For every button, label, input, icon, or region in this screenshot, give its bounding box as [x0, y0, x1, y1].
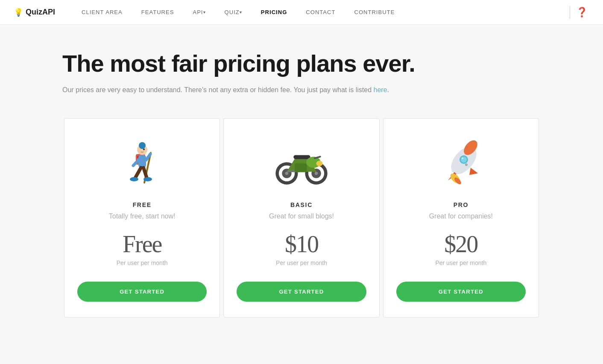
plan-free-name: FREE [133, 201, 152, 208]
plan-pro-name: PRO [454, 201, 468, 208]
logo[interactable]: 💡 QuizAPI [14, 8, 55, 17]
page-subtitle: Our prices are very easy to understand. … [62, 84, 541, 96]
plan-free-period: Per user per month [117, 259, 168, 266]
rocket-svg [433, 136, 489, 191]
svg-point-10 [130, 177, 138, 181]
plan-pro-price: $20 [444, 232, 477, 256]
plan-pro-cta[interactable]: GET STARTED [396, 282, 526, 302]
nav-contribute[interactable]: CONTRIBUTE [345, 0, 404, 25]
logo-icon: 💡 [14, 8, 23, 17]
nav-api[interactable]: API [183, 0, 215, 25]
plan-pro-card: PRO Great for companies! $20 Per user pe… [383, 118, 539, 317]
plan-pro-tagline: Great for companies! [429, 213, 493, 220]
svg-point-29 [461, 157, 467, 163]
svg-line-6 [133, 160, 138, 166]
svg-rect-25 [295, 163, 307, 172]
plan-free-tagline: Totally free, start now! [109, 213, 176, 220]
nav-quiz[interactable]: QUIZ [215, 0, 252, 25]
svg-marker-32 [469, 168, 478, 175]
plan-basic-price: $10 [285, 232, 318, 256]
svg-point-18 [315, 172, 318, 175]
plan-free-cta[interactable]: GET STARTED [77, 282, 207, 302]
svg-point-35 [465, 163, 468, 166]
main-content: The most fair pricing plans ever. Our pr… [45, 25, 558, 336]
nav-divider [570, 6, 570, 19]
pricing-grid: FREE Totally free, start now! Free Per u… [62, 116, 541, 319]
svg-rect-3 [138, 155, 146, 168]
nav-contact[interactable]: CONTACT [296, 0, 345, 25]
navbar: 💡 QuizAPI CLIENT AREA FEATURES API QUIZ … [0, 0, 603, 25]
nav-client-area[interactable]: CLIENT AREA [72, 0, 132, 25]
plan-free-price: Free [123, 232, 162, 256]
plan-basic-card: BASIC Great for small blogs! $10 Per use… [223, 118, 379, 317]
plan-basic-illustration [272, 136, 331, 191]
hiker-svg [114, 138, 170, 189]
plan-free-illustration [112, 136, 172, 191]
plan-basic-period: Per user per month [276, 259, 327, 266]
subtitle-text: Our prices are very easy to understand. … [62, 86, 374, 93]
svg-point-11 [143, 177, 152, 181]
plan-basic-name: BASIC [290, 201, 313, 208]
nav-right: ❓ [574, 5, 589, 20]
motorcycle-svg [272, 140, 331, 187]
subtitle-period: . [387, 86, 389, 93]
svg-point-12 [143, 149, 145, 150]
svg-point-22 [316, 161, 323, 166]
help-icon-button[interactable]: ❓ [574, 5, 589, 20]
svg-rect-20 [293, 155, 310, 159]
svg-point-5 [139, 142, 146, 149]
plan-free-card: FREE Totally free, start now! Free Per u… [64, 118, 220, 317]
subtitle-link[interactable]: here [374, 86, 387, 93]
svg-point-30 [462, 157, 463, 159]
svg-point-15 [285, 172, 288, 175]
question-icon: ❓ [576, 7, 588, 18]
nav-links: CLIENT AREA FEATURES API QUIZ PRICING CO… [72, 0, 565, 25]
plan-basic-cta[interactable]: GET STARTED [237, 282, 366, 302]
page-title: The most fair pricing plans ever. [62, 50, 541, 77]
nav-features[interactable]: FEATURES [132, 0, 184, 25]
plan-pro-period: Per user per month [435, 259, 486, 266]
plan-basic-tagline: Great for small blogs! [269, 213, 334, 220]
logo-text: QuizAPI [26, 8, 55, 17]
nav-pricing[interactable]: PRICING [252, 0, 296, 25]
plan-pro-illustration [431, 136, 491, 191]
svg-line-8 [135, 168, 141, 178]
